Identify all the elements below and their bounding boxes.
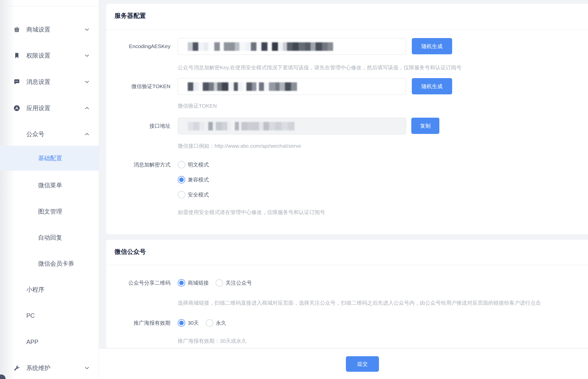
sidebar-item-label: 微信菜单 bbox=[38, 181, 62, 189]
radio-icon[interactable] bbox=[216, 279, 223, 287]
sidebar-item-label: PC bbox=[26, 312, 35, 319]
share-qrcode-help: 选择商城链接，扫描二维码直接进入商城对应页面，选择关注公众号，扫描二维码之后先进… bbox=[178, 299, 541, 307]
chevron-down-icon bbox=[84, 26, 90, 33]
section-title: 服务器配置 bbox=[115, 12, 146, 20]
wechat-token-label: 微信验证TOKEN bbox=[106, 83, 170, 90]
encoding-aes-key-label: EncodingAESKey bbox=[106, 43, 170, 50]
sidebar-item-system-maintenance[interactable]: 系统维护 bbox=[0, 355, 99, 379]
encoding-aes-key-input[interactable] bbox=[178, 38, 406, 55]
sidebar-item-official-account[interactable]: 公众号 bbox=[0, 122, 99, 147]
api-url-help: 微信接口例如：http://www.abc.com/api/wechat/ser… bbox=[178, 142, 301, 150]
radio-option-mall-link[interactable]: 商城链接 bbox=[178, 279, 209, 287]
basic-config-page: { "colors":{"primary":"#4b8af2","page_bg… bbox=[0, 0, 588, 379]
masked-value bbox=[188, 82, 297, 91]
radio-icon[interactable] bbox=[178, 191, 185, 199]
random-generate-button[interactable]: 随机生成 bbox=[412, 78, 452, 94]
poster-validity-help: 推广海报有效期：30天或永久 bbox=[178, 337, 247, 345]
masked-value bbox=[188, 122, 295, 130]
radio-option-plaintext[interactable]: 明文模式 bbox=[178, 161, 209, 168]
sidebar-item-auto-reply[interactable]: 自动回复 bbox=[0, 225, 99, 250]
sidebar-item-app-settings[interactable]: 应用设置 bbox=[0, 96, 99, 121]
api-url-input bbox=[178, 118, 406, 134]
sidebar-item-basic-config[interactable]: 基础配置 bbox=[0, 146, 99, 171]
radio-option-label[interactable]: 关注公众号 bbox=[226, 279, 252, 286]
form-footer: 提交 bbox=[99, 348, 588, 379]
encrypt-mode-help: 如需使用安全模式请在管理中心修改，仅限服务号和认证订阅号 bbox=[178, 209, 325, 216]
api-url-label: 接口地址 bbox=[106, 122, 170, 130]
bookmark-icon bbox=[13, 52, 21, 59]
radio-option-30days[interactable]: 30天 bbox=[178, 319, 199, 327]
radio-option-compatible[interactable]: 兼容模式 bbox=[178, 176, 209, 183]
chevron-down-icon bbox=[84, 52, 90, 59]
sidebar-item-mall-settings[interactable]: 商城设置 bbox=[0, 17, 99, 42]
radio-icon[interactable] bbox=[178, 176, 185, 183]
sidebar-item-message-settings[interactable]: 消息设置 bbox=[0, 69, 99, 94]
sidebar-item-label: 图文管理 bbox=[38, 208, 62, 216]
sidebar-item-label: 消息设置 bbox=[26, 78, 50, 86]
radio-icon[interactable] bbox=[178, 279, 185, 287]
radio-option-label[interactable]: 兼容模式 bbox=[188, 176, 209, 183]
sidebar-item-pc[interactable]: PC bbox=[0, 303, 99, 328]
radio-option-label[interactable]: 安全模式 bbox=[188, 191, 209, 198]
sidebar-item-label: 小程序 bbox=[26, 286, 44, 294]
sidebar-item-wechat-menu[interactable]: 微信菜单 bbox=[0, 173, 99, 198]
appstore-icon bbox=[13, 104, 21, 112]
share-qrcode-label: 公众号分享二维码 bbox=[106, 279, 170, 287]
sidebar-item-label: 自动回复 bbox=[38, 234, 62, 242]
radio-option-follow-account[interactable]: 关注公众号 bbox=[216, 279, 252, 287]
server-config-card: 服务器配置 EncodingAESKey 随机生成 公众号消息加解密Key,在使… bbox=[106, 4, 588, 234]
radio-option-label[interactable]: 30天 bbox=[188, 319, 199, 326]
sidebar-item-label: 基础配置 bbox=[38, 154, 62, 162]
sidebar-item-label: APP bbox=[26, 338, 38, 345]
radio-option-permanent[interactable]: 永久 bbox=[206, 319, 226, 327]
wechat-official-card: 微信公众号 公众号分享二维码 商城链接 关注公众号 选择商城链接，扫描二维码直接… bbox=[106, 240, 588, 348]
sidebar-item-wechat-member-card[interactable]: 微信会员卡券 bbox=[0, 251, 99, 276]
poster-validity-label: 推广海报有效期 bbox=[106, 319, 170, 327]
sidebar: 商城设置 权限设置 消息设置 bbox=[0, 0, 99, 379]
encoding-aes-key-help: 公众号消息加解密Key,在使用安全模式情况下要填写该值，请先在管理中心修改，然后… bbox=[178, 64, 461, 71]
radio-icon[interactable] bbox=[178, 319, 185, 327]
sidebar-item-label: 商城设置 bbox=[26, 26, 50, 34]
encrypt-mode-label: 消息加解密方式 bbox=[106, 161, 170, 168]
radio-option-label[interactable]: 明文模式 bbox=[188, 161, 209, 168]
sidebar-item-label: 系统维护 bbox=[26, 364, 50, 372]
radio-option-label[interactable]: 商城链接 bbox=[188, 279, 209, 286]
random-generate-button[interactable]: 随机生成 bbox=[412, 38, 452, 54]
basket-icon bbox=[13, 26, 21, 33]
wechat-token-help: 微信验证TOKEN bbox=[178, 102, 217, 110]
chevron-up-icon bbox=[84, 105, 90, 111]
divider bbox=[106, 265, 588, 265]
radio-icon[interactable] bbox=[178, 161, 185, 168]
copy-button[interactable]: 复制 bbox=[411, 118, 439, 134]
sidebar-item-mini-program[interactable]: 小程序 bbox=[0, 277, 99, 302]
radio-option-label[interactable]: 永久 bbox=[216, 319, 226, 326]
submit-button[interactable]: 提交 bbox=[346, 356, 379, 372]
divider bbox=[106, 29, 588, 30]
chevron-up-icon bbox=[84, 131, 90, 137]
sidebar-item-article-management[interactable]: 图文管理 bbox=[0, 199, 99, 224]
wechat-token-input[interactable] bbox=[178, 78, 406, 95]
sidebar-item-label: 应用设置 bbox=[26, 104, 50, 112]
sidebar-item-permission-settings[interactable]: 权限设置 bbox=[0, 43, 99, 68]
sidebar-item-label: 公众号 bbox=[26, 130, 44, 138]
section-title: 微信公众号 bbox=[115, 248, 146, 256]
chevron-down-icon bbox=[84, 365, 90, 371]
sidebar-item-label: 权限设置 bbox=[26, 52, 50, 60]
sidebar-item-app[interactable]: APP bbox=[0, 329, 99, 354]
chevron-down-icon bbox=[84, 79, 90, 85]
sidebar-item-label: 微信会员卡券 bbox=[38, 260, 74, 268]
masked-value bbox=[188, 42, 333, 51]
radio-option-secure[interactable]: 安全模式 bbox=[178, 191, 209, 199]
sidebar-divider bbox=[0, 6, 99, 6]
radio-icon[interactable] bbox=[206, 319, 213, 327]
message-icon bbox=[13, 78, 21, 86]
wrench-icon bbox=[13, 364, 21, 372]
